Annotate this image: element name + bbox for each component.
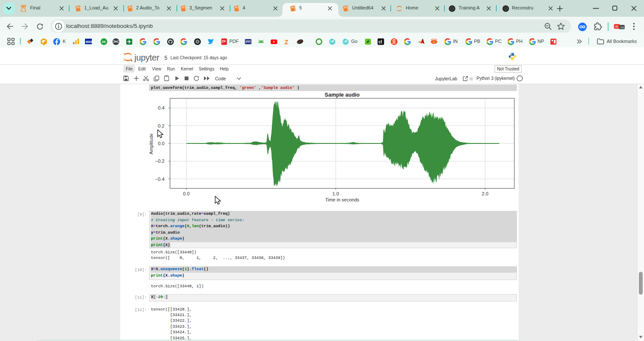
svg-text:0.4: 0.4 — [158, 105, 164, 110]
svg-text:D: D — [224, 40, 226, 43]
svg-text:cl: cl — [379, 40, 383, 44]
svg-text:2.0: 2.0 — [482, 191, 488, 196]
svg-text:Amplitude: Amplitude — [149, 134, 154, 155]
svg-text:−0.2: −0.2 — [155, 158, 164, 164]
svg-text:20: 20 — [102, 40, 106, 44]
svg-text:−0.4: −0.4 — [155, 177, 164, 182]
svg-text:0.0: 0.0 — [158, 141, 164, 146]
svg-text:Z: Z — [285, 38, 289, 45]
svg-text:IEEE: IEEE — [86, 40, 92, 43]
svg-text:CH: CH — [620, 26, 624, 29]
svg-text:0.0: 0.0 — [183, 191, 189, 196]
svg-text:Sample audio: Sample audio — [325, 92, 360, 98]
svg-text:06: 06 — [615, 25, 618, 28]
svg-text:1.0: 1.0 — [332, 191, 339, 196]
svg-text:Time in seconds: Time in seconds — [325, 197, 359, 202]
svg-text:0.2: 0.2 — [158, 123, 164, 128]
